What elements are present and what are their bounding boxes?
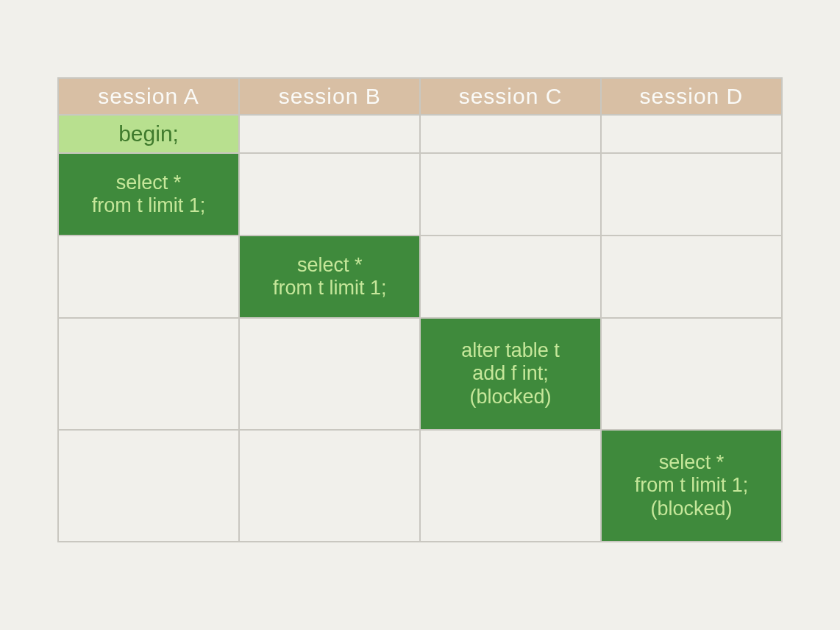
sql-text: begin;: [118, 121, 179, 147]
cell-select-b: select * from t limit 1;: [240, 236, 419, 317]
timeline-row-2: select * from t limit 1;: [58, 236, 782, 318]
col-header-session-b: session B: [239, 78, 420, 115]
cell-select-a: select * from t limit 1;: [59, 154, 238, 235]
cell-begin: begin;: [59, 116, 238, 152]
timeline-row-4: select * from t limit 1; (blocked): [58, 430, 782, 542]
session-timeline-table: session A session B session C session D …: [57, 77, 783, 542]
cell-select-d: select * from t limit 1; (blocked): [602, 431, 781, 541]
sql-text: from t limit 1;: [92, 194, 206, 217]
sql-text: alter table t: [461, 339, 560, 362]
sql-text: from t limit 1;: [273, 277, 387, 300]
col-header-session-a: session A: [58, 78, 239, 115]
col-header-session-d: session D: [601, 78, 782, 115]
header-row: session A session B session C session D: [58, 78, 782, 115]
sql-text: add f int;: [472, 362, 549, 385]
sql-text: select *: [659, 451, 725, 474]
timeline-row-1: select * from t limit 1;: [58, 153, 782, 236]
col-header-session-c: session C: [420, 78, 601, 115]
status-text: (blocked): [650, 498, 732, 520]
timeline-row-3: alter table t add f int; (blocked): [58, 318, 782, 430]
diagram-canvas: session A session B session C session D …: [0, 0, 840, 630]
sql-text: select *: [116, 171, 182, 194]
sql-text: from t limit 1;: [635, 474, 749, 497]
timeline-row-0: begin;: [58, 115, 782, 153]
cell-alter-c: alter table t add f int; (blocked): [421, 319, 600, 429]
sql-text: select *: [297, 254, 363, 277]
status-text: (blocked): [470, 386, 552, 408]
